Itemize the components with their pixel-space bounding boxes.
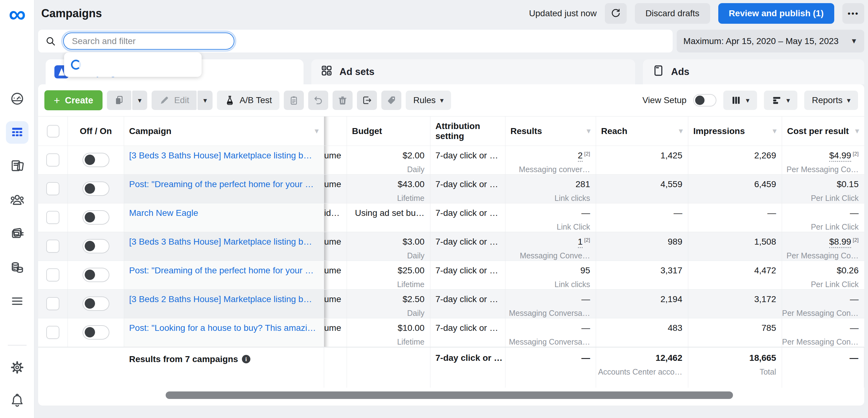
campaign-link[interactable]: Post: "Dreaming of the perfect home for … (129, 265, 313, 275)
ab-test-button[interactable]: A/B Test (217, 91, 279, 110)
campaign-link[interactable]: March New Eagle (129, 208, 198, 218)
create-button[interactable]: + Create (44, 90, 102, 110)
summary-label: Results from 7 campaigns (129, 354, 238, 364)
row-checkbox[interactable] (46, 326, 59, 339)
campaign-toggle[interactable] (83, 325, 110, 340)
meta-logo[interactable]: ∞ (0, 3, 34, 25)
edit-button-label: Edit (174, 95, 189, 105)
campaign-toggle[interactable] (83, 268, 110, 282)
column-header-bid-strategy[interactable] (324, 117, 347, 146)
date-range-selector[interactable]: Maximum: Apr 15, 2020 – May 15, 2023 ▼ (677, 30, 864, 53)
breakdown-button[interactable]: ▾ (764, 91, 798, 110)
table-toolbar: + Create ▾ Edi (38, 84, 864, 116)
campaigns-table-icon (10, 125, 25, 140)
campaign-toggle[interactable] (83, 182, 110, 196)
row-checkbox[interactable] (46, 211, 59, 224)
table-row: [3 Beds 3 Baths House] Marketplace listi… (38, 146, 864, 174)
more-options-button[interactable]: ••• (842, 3, 864, 24)
nav-audiences[interactable] (6, 189, 28, 211)
delete-button[interactable] (333, 91, 352, 110)
column-header-cost[interactable]: Cost per result▼ (782, 117, 864, 146)
campaign-toggle[interactable] (83, 296, 110, 311)
table-row: Post: "Dreaming of the perfect home for … (38, 261, 864, 290)
row-checkbox[interactable] (46, 268, 59, 282)
row-checkbox[interactable] (46, 297, 59, 310)
campaigns-table: Off / On Campaign▼ Budget Attribution se… (38, 116, 864, 388)
refresh-button[interactable] (605, 3, 627, 24)
sort-arrow-icon: ▼ (771, 127, 778, 135)
campaigns-table-card: + Create ▾ Edi (38, 84, 864, 406)
results-value[interactable]: 1 (578, 237, 583, 248)
nav-settings[interactable] (6, 356, 28, 379)
nav-ads-reporting[interactable] (6, 222, 28, 245)
edit-dropdown-button[interactable]: ▾ (197, 91, 213, 110)
export-arrows-icon (362, 95, 372, 105)
rules-label: Rules (413, 95, 436, 105)
campaign-toggle[interactable] (83, 239, 110, 253)
select-all-checkbox[interactable] (47, 125, 59, 137)
nav-notifications[interactable] (6, 389, 28, 412)
edit-button[interactable]: Edit (152, 91, 196, 110)
cost-value[interactable]: $4.99 (829, 151, 851, 162)
left-nav-sidebar: ∞ (0, 0, 34, 418)
bid-strategy-fragment: ume (324, 323, 341, 333)
sidebar-divider (8, 345, 27, 346)
nav-account-overview[interactable] (6, 88, 28, 110)
attribution-value: 7-day click or … (435, 294, 498, 304)
cost-value[interactable]: $8.99 (829, 237, 851, 248)
discard-drafts-button[interactable]: Discard drafts (635, 3, 710, 24)
summary-attribution: 7-day click or … (435, 353, 503, 363)
sort-arrow-icon: ▼ (585, 127, 592, 135)
sort-arrow-icon: ▼ (677, 127, 684, 135)
duplicate-dropdown-button[interactable]: ▾ (132, 91, 147, 110)
view-setup-label: View Setup (642, 95, 686, 105)
nav-pages[interactable] (6, 155, 28, 178)
nav-campaigns[interactable] (6, 121, 28, 144)
column-header-reach[interactable]: Reach▼ (596, 117, 688, 146)
campaign-link[interactable]: Post: "Dreaming of the perfect home for … (129, 179, 313, 189)
clipboard-button[interactable] (284, 91, 304, 110)
column-header-impressions[interactable]: Impressions▼ (688, 117, 782, 146)
info-icon[interactable]: i (242, 355, 250, 363)
table-row: March New Eagle id… Using ad set bu… 7-d… (38, 203, 864, 232)
export-button[interactable] (357, 91, 377, 110)
results-value[interactable]: 2 (578, 151, 583, 162)
loading-spinner-icon (71, 60, 81, 70)
campaign-toggle[interactable] (83, 153, 110, 167)
plus-icon: + (54, 96, 60, 105)
nav-all-tools[interactable] (6, 290, 28, 313)
campaign-link[interactable]: Post: "Looking for a house to buy? This … (129, 323, 316, 333)
review-publish-button[interactable]: Review and publish (1) (718, 3, 834, 24)
column-header-results[interactable]: Results▼ (505, 117, 596, 146)
tab-ads[interactable]: Ads (643, 59, 864, 84)
campaign-link[interactable]: [3 Beds 3 Baths House] Marketplace listi… (129, 151, 312, 160)
tab-ad-sets[interactable]: Ad sets (311, 59, 635, 84)
view-setup-toggle[interactable] (693, 94, 716, 106)
nav-billing[interactable] (6, 256, 28, 279)
ab-test-label: A/B Test (240, 95, 272, 105)
rules-button[interactable]: Rules ▾ (406, 91, 451, 110)
row-checkbox[interactable] (46, 239, 59, 253)
duplicate-button[interactable] (107, 91, 131, 110)
horizontal-scrollbar-thumb[interactable] (166, 391, 733, 399)
columns-button[interactable]: ▾ (723, 91, 757, 110)
row-checkbox[interactable] (46, 153, 59, 166)
search-input[interactable] (72, 36, 226, 46)
campaign-link[interactable]: [3 Beds 3 Baths House] Marketplace listi… (129, 237, 312, 247)
settings-gear-icon (10, 360, 25, 375)
column-header-attribution[interactable]: Attribution setting (430, 117, 505, 146)
breakdown-icon (771, 95, 782, 105)
bid-strategy-fragment: ume (324, 151, 341, 160)
undo-button[interactable] (308, 91, 328, 110)
notifications-bell-icon (10, 393, 25, 408)
reports-label: Reports (812, 95, 842, 105)
column-header-campaign[interactable]: Campaign▼ (124, 117, 324, 146)
column-header-budget[interactable]: Budget (347, 117, 430, 146)
campaign-link[interactable]: [3 Beds 2 Baths House] Marketplace listi… (129, 294, 312, 304)
reports-button[interactable]: Reports ▾ (804, 91, 858, 110)
date-range-label: Maximum: Apr 15, 2020 – May 15, 2023 (683, 36, 839, 46)
campaign-toggle[interactable] (83, 210, 110, 225)
row-checkbox[interactable] (46, 182, 59, 195)
attribution-value: 7-day click or … (435, 208, 498, 218)
tag-button[interactable] (381, 91, 401, 110)
